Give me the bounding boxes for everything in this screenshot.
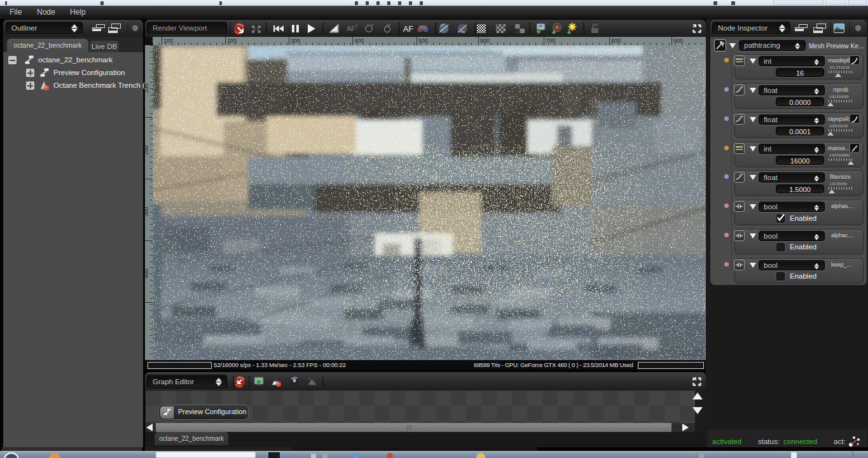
svg-text:AF: AF (403, 25, 413, 34)
svg-text:1: 1 (355, 24, 358, 28)
svg-text:AF: AF (347, 25, 355, 32)
